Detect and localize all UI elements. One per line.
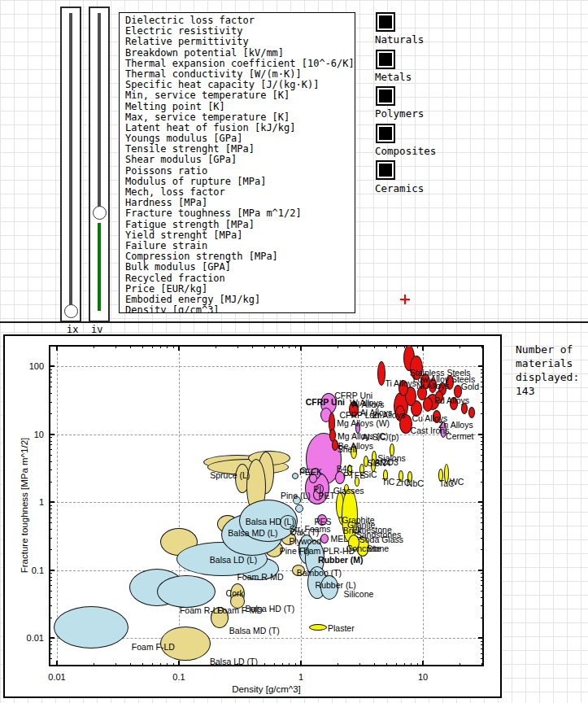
y-minor-tick — [49, 373, 52, 373]
property-list-item[interactable]: Price [EUR/kg] — [125, 284, 355, 295]
material-label: Stone — [367, 544, 389, 553]
x-minor-tick — [274, 663, 275, 666]
material-label: Bamboo (T) — [297, 568, 342, 578]
property-list-item[interactable]: Fracture toughness [MPa m^1/2] — [125, 208, 355, 219]
y-minor-tick — [49, 517, 52, 518]
x-minor-tick — [417, 663, 418, 666]
material-label: Pd Alloys — [434, 395, 469, 405]
slider-clipped-label-1: ix — [67, 325, 78, 334]
property-list-item[interactable]: Min, service temperature [K] — [125, 90, 355, 101]
y-minor-tick — [49, 618, 52, 618]
material-label: Ni Alloys — [416, 381, 449, 391]
material-label: Cast Irons — [411, 426, 450, 435]
property-list-item[interactable]: Bulk modulus [GPA] — [125, 262, 355, 273]
property-list-item[interactable]: Density [g/cm^3] — [125, 305, 355, 313]
panel-divider — [0, 321, 588, 323]
x-minor-tick — [295, 663, 296, 666]
y-minor-tick — [49, 538, 52, 539]
property-list-item[interactable]: Recycled fraction — [125, 273, 355, 284]
y-minor-tick — [49, 386, 52, 387]
property-list-item[interactable]: Fatigue strength [MPa] — [125, 220, 355, 230]
checkbox-metals-label: Metals — [375, 72, 412, 83]
right-slider-green-track[interactable] — [98, 223, 101, 311]
y-axis-title: Fracture toughness [MPa m^1/2] — [20, 438, 29, 573]
x-major-tick — [300, 661, 302, 666]
x-minor-tick — [94, 345, 94, 348]
y-minor-tick — [49, 665, 52, 666]
property-list-item[interactable]: Breakdown potential [kV/mm] — [125, 48, 355, 59]
y-minor-tick — [481, 577, 484, 578]
checkbox-composites-label: Composites — [375, 146, 436, 157]
y-major-tick — [49, 434, 54, 435]
checkbox-naturals-label: Naturals — [375, 34, 424, 46]
count-value: 143 — [516, 384, 534, 398]
property-listbox[interactable]: Dielectric loss factorElectric resistivi… — [119, 12, 355, 313]
material-label: Mg Alloys (C) — [338, 431, 388, 441]
x-minor-tick — [152, 663, 153, 666]
right-slider-track[interactable] — [98, 13, 101, 212]
property-list-item[interactable]: Thermal expansion coefficient [10^-6/K] — [125, 59, 355, 69]
x-major-tick — [56, 345, 58, 351]
x-minor-tick — [142, 345, 143, 348]
y-minor-tick — [49, 455, 52, 456]
checkbox-polymers[interactable] — [376, 86, 395, 106]
left-slider-thumb[interactable] — [64, 304, 78, 318]
x-minor-tick — [295, 345, 296, 348]
left-slider-track[interactable] — [69, 13, 72, 308]
property-list-item[interactable]: Relative permittivity — [125, 37, 355, 47]
checkbox-naturals[interactable] — [376, 12, 395, 32]
material-label: Balsa LD (T) — [210, 657, 258, 666]
checkbox-ceramics[interactable] — [376, 160, 395, 180]
x-minor-tick — [237, 345, 238, 348]
material-label: Ti Alloys — [385, 378, 416, 388]
x-minor-tick — [289, 345, 290, 348]
material-label: WC — [450, 477, 464, 487]
y-minor-tick — [49, 482, 52, 482]
material-label: PEEK — [299, 467, 322, 477]
material-label: Balsa MD (L) — [228, 528, 277, 538]
slider-clipped-label-2: iv — [91, 325, 102, 334]
x-minor-tick — [338, 663, 338, 666]
x-tick-label: 0.01 — [39, 672, 75, 682]
x-minor-tick — [396, 345, 397, 348]
material-label: Cork — [226, 588, 244, 598]
property-list-item[interactable]: Max, service temperature [K] — [125, 112, 355, 123]
property-list-item[interactable]: Poissons ratio — [125, 166, 355, 177]
right-slider-thumb[interactable] — [93, 206, 107, 220]
y-minor-tick — [49, 509, 52, 509]
y-major-tick — [478, 365, 484, 367]
x-minor-tick — [160, 663, 161, 666]
x-minor-tick — [142, 663, 143, 666]
checkbox-metals[interactable] — [376, 50, 395, 69]
material-label: PES — [314, 517, 331, 526]
y-minor-tick — [481, 573, 484, 574]
y-minor-tick — [481, 382, 484, 382]
checkbox-composites[interactable] — [376, 124, 395, 143]
right-slider[interactable] — [89, 7, 110, 322]
checkbox-ceramics-label: Ceramics — [375, 183, 424, 194]
property-list-item[interactable]: Melting point [K] — [125, 102, 355, 112]
y-minor-tick — [49, 402, 52, 403]
x-minor-tick — [338, 345, 338, 348]
property-list-item[interactable]: Shear modulus [GPa] — [125, 155, 355, 165]
property-list-item[interactable]: Yield strenght [MPa] — [125, 230, 355, 241]
y-minor-tick — [49, 549, 52, 550]
material-label: B4C — [337, 464, 353, 474]
x-minor-tick — [167, 345, 168, 348]
x-minor-tick — [173, 663, 174, 666]
material-bubble — [309, 624, 327, 631]
material-label: Silicone — [344, 589, 374, 599]
left-slider[interactable] — [60, 7, 81, 322]
y-minor-tick — [481, 658, 484, 659]
y-minor-tick — [481, 665, 484, 666]
y-minor-tick — [481, 402, 484, 403]
y-minor-tick — [481, 549, 484, 550]
x-minor-tick — [404, 663, 405, 666]
material-label: Spruce (L) — [210, 470, 250, 480]
y-minor-tick — [49, 437, 52, 438]
material-label: SiC — [364, 469, 377, 479]
count-text-line-1: Number of — [516, 343, 573, 356]
y-minor-tick — [481, 346, 484, 347]
material-label: Glasses — [333, 486, 364, 496]
x-major-tick — [300, 345, 302, 351]
